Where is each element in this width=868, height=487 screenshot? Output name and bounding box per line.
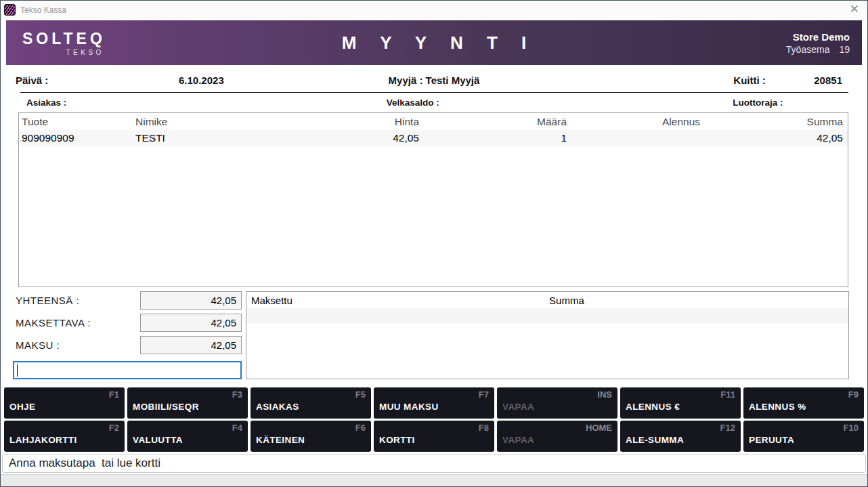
store-name: Store Demo [786,31,850,43]
cell-tuote: 909090909 [19,132,133,144]
button-valuutta[interactable]: F4 VALUUTTA [127,421,248,452]
payment-input[interactable] [13,361,242,379]
button-mobiili-seqr[interactable]: F3 MOBIILI/SEQR [127,387,248,419]
button-label: LAHJAKORTTI [9,435,77,445]
date-value: 6.10.2023 [179,75,224,86]
button-vapaa-home: HOME VAPAA [497,421,617,452]
button-alennus-prosentti[interactable]: F9 ALENNUS % [743,387,864,419]
col-tuote: Tuote [19,116,133,128]
col-maara: Määrä [420,116,568,128]
button-peruuta[interactable]: F10 PERUUTA [743,421,864,452]
key-label: F7 [479,389,489,400]
key-label: F1 [109,389,119,400]
total-value: 42,05 [140,291,242,310]
payments-empty-row [246,308,848,323]
button-label: ALENNUS € [626,402,680,412]
button-label: VALUUTTA [133,435,183,445]
total-label: YHTEENSÄ : [13,295,140,306]
payable-row: MAKSETTAVA : 42,05 [13,314,242,332]
paid-column-header: Maksettu [246,295,544,306]
function-button-grid: F1 OHJE F3 MOBIILI/SEQR F5 ASIAKAS F7 MU… [4,387,864,452]
payment-value: 42,05 [140,336,242,354]
cell-summa: 42,05 [701,132,848,144]
items-table-header: Tuote Nimike Hinta Määrä Alennus Summa [19,113,848,130]
key-label: F3 [232,389,242,400]
payable-value: 42,05 [140,314,242,332]
key-label: F6 [355,423,366,433]
cell-hinta: 42,05 [305,132,420,144]
button-asiakas[interactable]: F5 ASIAKAS [251,387,371,419]
status-bar: Anna maksutapa tai lue kortti [2,454,866,473]
button-label: ASIAKAS [256,402,299,412]
button-muu-maksu[interactable]: F7 MUU MAKSU [374,387,494,419]
button-label: MUU MAKSU [379,402,439,412]
status-message: Anna maksutapa tai lue kortti [9,457,160,470]
customer-info-row: Asiakas : Velkasaldo : Luottoraja : [1,98,867,108]
key-label: F8 [479,423,489,433]
bottom-strip [1,474,867,486]
debt-label: Velkasaldo : [290,98,579,108]
button-label: KORTTI [379,435,415,445]
text-caret [17,364,18,377]
col-nimike: Nimike [133,116,305,128]
separator-line [20,92,848,93]
button-label: VAPAA [502,435,534,445]
totals-panel: YHTEENSÄ : 42,05 MAKSETTAVA : 42,05 MAKS… [13,291,242,379]
page-title: M Y Y N T I [6,33,862,54]
key-label: INS [597,389,612,400]
credit-label: Luottoraja : [578,98,867,108]
button-vapaa-ins: INS VAPAA [497,387,617,419]
button-lahjakortti[interactable]: F2 LAHJAKORTTI [4,421,125,452]
receipt-label: Kuitti : [733,75,765,86]
payment-section: YHTEENSÄ : 42,05 MAKSETTAVA : 42,05 MAKS… [13,291,849,379]
receipt-cell: Kuitti : 20851 [578,75,867,86]
key-label: F9 [848,389,859,400]
key-label: HOME [586,423,612,433]
workstation-label: Työasema [786,44,830,55]
key-label: F2 [109,423,119,433]
workstation-info: Työasema19 [786,44,850,55]
app-icon [4,4,16,16]
window-title: Tekso Kassa [20,5,66,15]
receipt-number: 20851 [766,75,867,86]
button-label: OHJE [9,402,35,412]
key-label: F4 [232,423,242,433]
items-table: Tuote Nimike Hinta Määrä Alennus Summa 9… [18,112,848,287]
button-label: ALE-SUMMA [626,435,684,445]
key-label: F10 [844,423,859,433]
payment-label: MAKSU : [13,339,140,351]
button-label: ALENNUS % [749,402,806,412]
button-ale-summa[interactable]: F12 ALE-SUMMA [620,421,741,452]
cell-nimike: TESTI [133,132,305,144]
table-row[interactable]: 909090909 TESTI 42,05 1 42,05 [19,130,848,146]
button-alennus-euro[interactable]: F11 ALENNUS € [620,387,741,419]
workstation-number: 19 [839,44,850,55]
app-header: SOLTEQ TEKSO M Y Y N T I Store Demo Työa… [6,20,862,65]
col-summa: Summa [701,116,848,128]
payments-list-panel: Maksettu Summa [246,291,849,379]
customer-label: Asiakas : [1,98,290,108]
payments-list-header: Maksettu Summa [246,292,848,308]
button-kateinen[interactable]: F6 KÄTEINEN [251,421,371,452]
date-cell: Päivä : 6.10.2023 [1,75,290,86]
total-row: YHTEENSÄ : 42,05 [13,291,242,310]
button-ohje[interactable]: F1 OHJE [4,387,125,419]
button-label: MOBIILI/SEQR [133,402,199,412]
title-bar: Tekso Kassa ✕ [1,1,867,19]
close-icon[interactable]: ✕ [850,2,859,17]
key-label: F5 [355,389,366,400]
col-alennus: Alennus [568,116,701,128]
key-label: F12 [720,423,735,433]
button-kortti[interactable]: F8 KORTTI [374,421,494,452]
store-info: Store Demo Työasema19 [786,31,850,55]
button-label: KÄTEINEN [256,435,305,445]
button-label: VAPAA [502,402,534,412]
date-label: Päivä : [16,75,179,86]
seller-line: Myyjä : Testi Myyjä [290,75,579,86]
button-label: PERUUTA [749,435,794,445]
cell-maara: 1 [420,132,568,144]
app-window: Tekso Kassa ✕ SOLTEQ TEKSO M Y Y N T I S… [0,0,868,487]
payment-row: MAKSU : 42,05 [13,336,242,354]
sale-info-row: Päivä : 6.10.2023 Myyjä : Testi Myyjä Ku… [1,75,867,86]
col-hinta: Hinta [305,116,420,128]
